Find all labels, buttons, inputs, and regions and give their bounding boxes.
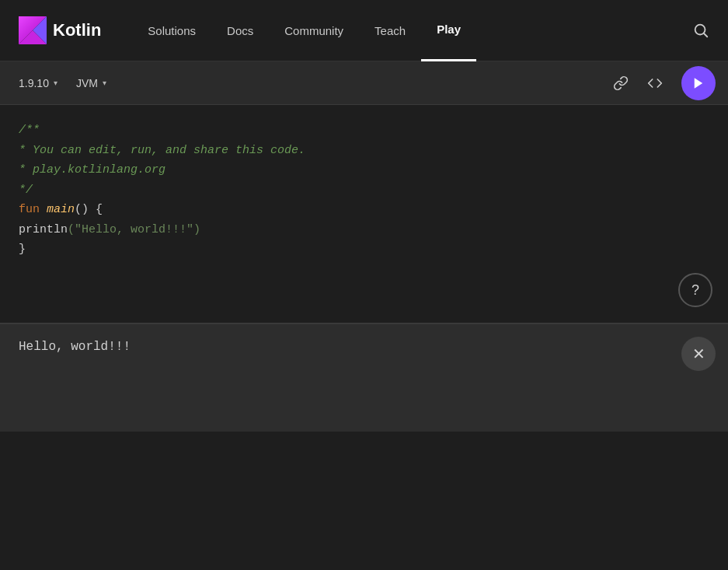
play-icon xyxy=(691,76,705,90)
code-closing-brace: } xyxy=(19,243,26,256)
output-text: Hello, world!!! xyxy=(19,340,131,354)
svg-point-3 xyxy=(695,25,705,35)
nav-item-docs[interactable]: Docs xyxy=(211,0,269,61)
comment-line-4: */ xyxy=(19,184,33,197)
code-icon xyxy=(647,75,663,91)
comment-line-3: * play.kotlinlang.org xyxy=(19,163,165,177)
code-println: println xyxy=(19,223,68,236)
version-label: 1.9.10 xyxy=(19,77,49,89)
code-paren-brace: () { xyxy=(75,203,103,216)
logo-text: Kotlin xyxy=(53,20,101,40)
close-icon: ✕ xyxy=(692,344,705,363)
nav-links: Solutions Docs Community Teach Play xyxy=(132,0,692,61)
code-string: ("Hello, world!!!") xyxy=(68,223,200,236)
version-selector[interactable]: 1.9.10 ▾ xyxy=(12,74,64,93)
nav-item-community[interactable]: Community xyxy=(269,0,359,61)
link-icon xyxy=(613,75,629,91)
keyword-fun: fun xyxy=(19,203,47,216)
version-chevron-icon: ▾ xyxy=(54,79,57,87)
search-button[interactable] xyxy=(692,22,709,39)
code-block: /** * You can edit, run, and share this … xyxy=(19,121,709,260)
kotlin-logo-icon xyxy=(19,16,47,44)
navbar: Kotlin Solutions Docs Community Teach Pl… xyxy=(0,0,728,61)
svg-line-4 xyxy=(704,33,707,37)
close-output-button[interactable]: ✕ xyxy=(681,337,716,371)
target-selector[interactable]: JVM ▾ xyxy=(70,74,113,93)
svg-marker-5 xyxy=(695,78,703,89)
help-icon: ? xyxy=(691,282,699,299)
target-chevron-icon: ▾ xyxy=(103,79,106,87)
output-area: Hello, world!!! ✕ xyxy=(0,323,728,432)
nav-item-play[interactable]: Play xyxy=(421,0,476,61)
comment-line-2: * You can edit, run, and share this code… xyxy=(19,144,305,157)
help-button[interactable]: ? xyxy=(678,273,712,307)
copy-link-button[interactable] xyxy=(607,69,635,97)
function-name: main xyxy=(47,203,75,216)
run-button[interactable] xyxy=(681,66,716,100)
view-code-button[interactable] xyxy=(641,69,669,97)
target-label: JVM xyxy=(76,77,98,89)
nav-item-solutions[interactable]: Solutions xyxy=(132,0,211,61)
comment-line-1: /** xyxy=(19,124,40,137)
editor-area[interactable]: /** * You can edit, run, and share this … xyxy=(0,105,728,323)
search-icon xyxy=(692,22,709,39)
toolbar: 1.9.10 ▾ JVM ▾ xyxy=(0,61,728,105)
nav-item-teach[interactable]: Teach xyxy=(359,0,421,61)
logo-link[interactable]: Kotlin xyxy=(19,16,101,44)
